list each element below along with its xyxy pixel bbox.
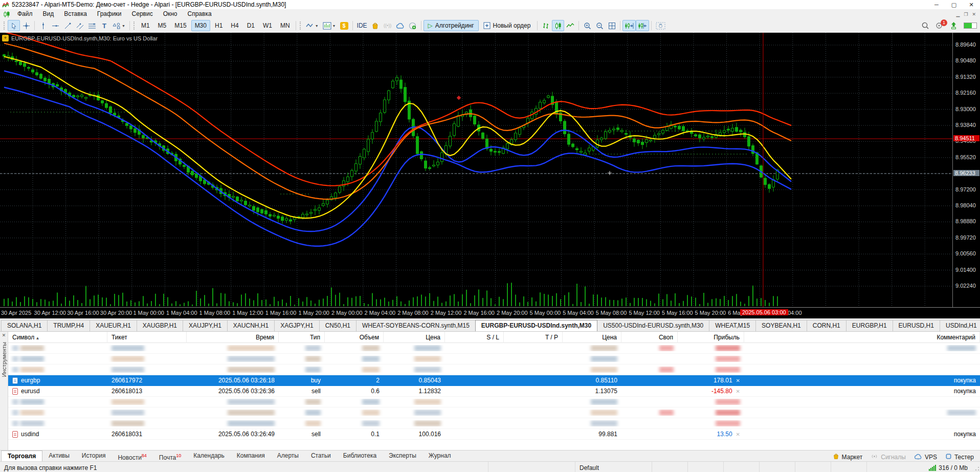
tab-торговля[interactable]: Торговля [1, 450, 42, 461]
auto-scroll-button[interactable] [636, 20, 649, 31]
column-header-3[interactable]: Тип [279, 332, 325, 343]
chart-tab-eurusd-h1[interactable]: EURUSD,H1 [893, 320, 940, 331]
candlestick-chart[interactable] [0, 33, 952, 307]
mdi-close-button[interactable]: ✕ [972, 12, 976, 17]
market-button[interactable] [369, 20, 382, 31]
resize-grip[interactable] [973, 464, 980, 471]
service-тестер[interactable]: Тестер [945, 453, 974, 461]
tab-компания[interactable]: Компания [231, 450, 271, 461]
tab-библиотека[interactable]: Библиотека [337, 450, 383, 461]
menu-Вид[interactable]: Вид [38, 9, 59, 19]
chart-tab-cn50-h1[interactable]: CN50,H1 [319, 320, 357, 331]
tab-почта[interactable]: Почта10 [153, 450, 187, 461]
chart-tab-xagjpy-h1[interactable]: XAGJPY,H1 [274, 320, 319, 331]
channel-tool-button[interactable] [74, 20, 86, 31]
chart-tab-xaujpy-h1[interactable]: XAUJPY,H1 [183, 320, 228, 331]
one-click-trading-icon[interactable]: + [2, 35, 9, 41]
chart-tab-eurgbp-eurusd-usdind-synth-m30[interactable]: EURGBP-EURUSD-USDInd.synth,M30 [475, 320, 597, 331]
column-header-1[interactable]: Тикет [107, 332, 187, 343]
column-header-11[interactable]: Комментарий [744, 332, 980, 343]
chart-tab-wheat-soybeans-corn-synth-m15[interactable]: WHEAT-SOYBEANS-CORN.synth,M15 [356, 320, 476, 331]
menu-Файл[interactable]: Файл [12, 9, 38, 19]
indicators-button[interactable]: ▼ [304, 20, 321, 31]
table-row[interactable]: eurgbp2606179722025.05.06 03:26:18buy20.… [8, 375, 980, 386]
menu-Справка[interactable]: Справка [183, 9, 217, 19]
panel-close-button[interactable]: ✕ [2, 332, 6, 339]
signals-button[interactable]: ((•)) [382, 20, 394, 31]
service-маркет[interactable]: Маркет [833, 453, 863, 461]
notifications-button[interactable]: 1 [936, 22, 944, 30]
close-position-button[interactable]: ✕ [736, 432, 740, 437]
chart-menu-icon[interactable] [3, 11, 10, 18]
trendline-tool-button[interactable] [61, 20, 74, 31]
timeframe-w1[interactable]: W1 [259, 20, 276, 31]
tab-журнал[interactable]: Журнал [422, 450, 457, 461]
shapes-tool-button[interactable]: ▼ [110, 20, 127, 31]
search-icon[interactable] [921, 22, 929, 30]
chart-tab-wheat-m15[interactable]: WHEAT,M15 [709, 320, 756, 331]
timeframe-mn[interactable]: MN [277, 20, 294, 31]
column-header-9[interactable]: Своп [621, 332, 678, 343]
column-header-0[interactable]: Символ ▲ [8, 332, 107, 343]
menu-Окно[interactable]: Окно [158, 9, 183, 19]
timeframe-m15[interactable]: M15 [171, 20, 190, 31]
tab-активы[interactable]: Активы [42, 450, 76, 461]
date-axis[interactable]: 30 Apr 202530 Apr 12:0030 Apr 16:0030 Ap… [0, 307, 980, 318]
column-header-2[interactable]: Время [187, 332, 279, 343]
column-header-6[interactable]: S / L [445, 332, 504, 343]
tab-алерты[interactable]: Алерты [271, 450, 305, 461]
table-row[interactable] [8, 418, 980, 429]
chart-tab-us500-usdind-eurusd-synth-m30[interactable]: US500-USDInd-EURUSD.synth,M30 [597, 320, 709, 331]
algo-trading-button[interactable]: ▷Алготрейдинг [424, 20, 479, 31]
timeframe-m1[interactable]: M1 [138, 20, 153, 31]
price-axis[interactable]: 8.896408.904808.913208.921608.930008.938… [952, 33, 980, 307]
menu-Графики[interactable]: Графики [92, 9, 127, 19]
vps-button[interactable] [394, 20, 407, 31]
line-chart-mode-button[interactable] [564, 20, 576, 31]
chart-area[interactable]: + EURGBP-EURUSD-USDInd.synth,M30: Euro v… [0, 33, 980, 318]
timeframe-m5[interactable]: M5 [154, 20, 170, 31]
chart-tab-xaucnh-h1[interactable]: XAUCNH,H1 [227, 320, 275, 331]
close-position-button[interactable]: ✕ [736, 378, 740, 383]
mdi-minimize-button[interactable]: ▁ [956, 12, 960, 17]
service-сигналы[interactable]: Сигналы [871, 454, 906, 461]
status-profile[interactable]: Default [580, 464, 599, 471]
crosshair-tool-button[interactable] [20, 20, 32, 31]
close-position-button[interactable]: ✕ [736, 389, 740, 394]
tab-статьи[interactable]: Статьи [305, 450, 337, 461]
chart-tab-eurgbp-h1[interactable]: EURGBP,H1 [846, 320, 893, 331]
vertical-line-tool-button[interactable] [37, 20, 49, 31]
chart-tab-xaueur-h1[interactable]: XAUEUR,H1 [90, 320, 137, 331]
timeframe-m30[interactable]: M30 [191, 20, 210, 31]
new-order-button[interactable]: Новый ордер [479, 20, 536, 31]
menu-Сервис[interactable]: Сервис [127, 9, 158, 19]
table-row[interactable]: eurusd2606180132025.05.06 03:26:36sell0.… [8, 386, 980, 397]
timeframe-h1[interactable]: H1 [211, 20, 226, 31]
table-row[interactable]: usdind2606180312025.05.06 03:26:49sell0.… [8, 429, 980, 440]
tab-эксперты[interactable]: Эксперты [383, 450, 422, 461]
ide-button[interactable]: IDE [355, 20, 369, 31]
candle-chart-mode-button[interactable] [552, 20, 564, 31]
chart-tab-soybean-h1[interactable]: SOYBEAN,H1 [755, 320, 807, 331]
window-minimize-button[interactable]: ─ [928, 0, 945, 9]
templates-button[interactable]: ▼ [321, 20, 338, 31]
table-row[interactable] [8, 407, 980, 418]
zoom-in-button[interactable] [581, 20, 593, 31]
screenshot-button[interactable] [654, 20, 667, 31]
column-header-4[interactable]: Объем [325, 332, 384, 343]
column-header-7[interactable]: T / P [504, 332, 563, 343]
table-row[interactable] [8, 364, 980, 375]
mdi-restore-button[interactable]: ❐ [964, 12, 968, 17]
menu-Вставка[interactable]: Вставка [59, 9, 92, 19]
column-header-10[interactable]: Прибыль [678, 332, 744, 343]
upgrade-level-icon[interactable] [950, 22, 957, 30]
chart-tab-trump-h4[interactable]: TRUMP,H4 [47, 320, 90, 331]
horizontal-line-tool-button[interactable] [49, 20, 61, 31]
fibonacci-tool-button[interactable] [86, 20, 98, 31]
chart-shift-button[interactable] [622, 20, 636, 31]
tab-история[interactable]: История [76, 450, 112, 461]
service-vps[interactable]: VPS [914, 454, 937, 461]
bar-chart-mode-button[interactable] [540, 20, 552, 31]
window-maximize-button[interactable]: ▢ [945, 0, 963, 9]
tile-windows-button[interactable] [606, 20, 618, 31]
